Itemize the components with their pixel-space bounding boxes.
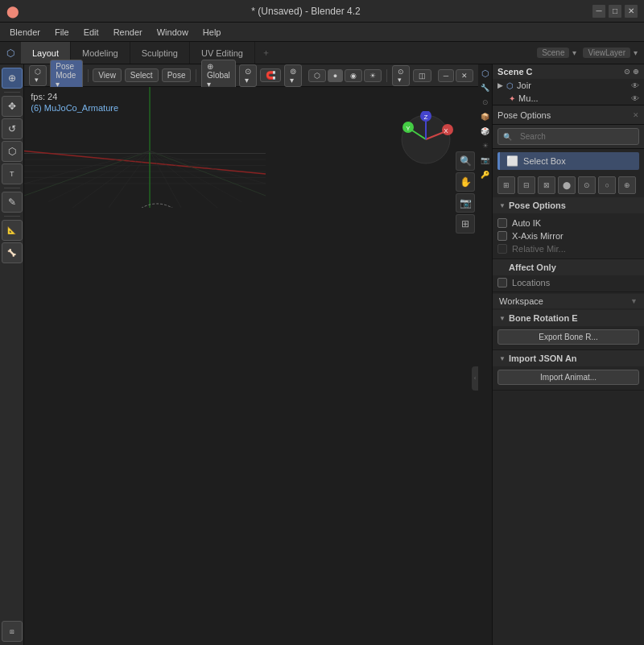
gizmo-svg: X Y Z: [398, 111, 454, 167]
select-box-button[interactable]: ⬜ Select Box: [497, 152, 639, 170]
transform-tool[interactable]: T: [2, 163, 23, 184]
search-container: 🔍: [497, 128, 639, 145]
bone-rotation-header[interactable]: ▼ Bone Rotation E: [493, 310, 644, 326]
scale-tool[interactable]: ⬡: [2, 141, 23, 162]
import-json-header[interactable]: ▼ Import JSON An: [493, 350, 644, 366]
window-title: * (Unsaved) - Blender 4.2: [19, 6, 592, 17]
viewport-gizmo[interactable]: X Y Z: [398, 111, 454, 167]
material-shade[interactable]: ◉: [345, 69, 362, 82]
measure-tool[interactable]: 📐: [2, 220, 23, 241]
relative-mirror-checkbox[interactable]: [497, 244, 507, 254]
workspace-row[interactable]: Workspace ▼: [493, 294, 644, 308]
proportional-edit[interactable]: ⊚ ▾: [284, 64, 302, 87]
rotate-tool[interactable]: ↺: [2, 118, 23, 139]
annotate-tool[interactable]: ✎: [2, 192, 23, 213]
panel-close[interactable]: ✕: [633, 111, 639, 119]
relative-mirror-row[interactable]: Relative Mir...: [497, 242, 639, 255]
workspace-label: Workspace: [499, 296, 543, 306]
tools-panel: Pose Options ✕ 🔍 ⬜ Select Box ⊞ ⊟ ⊠ ⬤: [493, 105, 644, 645]
viewport-controls-right: ─ ✕: [438, 69, 473, 82]
panel-icon-6[interactable]: ☀: [480, 140, 491, 151]
tab-sculpting[interactable]: Sculpting: [130, 42, 190, 64]
object-name: (6) MuJoCo_Armature: [31, 103, 118, 113]
zoom-in-btn[interactable]: 🔍: [456, 151, 475, 171]
menu-help[interactable]: Help: [196, 26, 228, 39]
import-anim-button[interactable]: Import Animat...: [497, 370, 639, 385]
x-axis-mirror-label: X-Axis Mirror: [512, 231, 564, 241]
visibility-icon-2[interactable]: 👁: [631, 94, 639, 103]
tool-icon-3[interactable]: ⊠: [538, 176, 555, 194]
search-input[interactable]: [515, 130, 634, 143]
editor-type-button[interactable]: ⬡ ▾: [29, 65, 47, 86]
tool-icon-2[interactable]: ⊟: [518, 176, 535, 194]
affect-only-header[interactable]: Affect Only: [493, 259, 644, 275]
auto-ik-row[interactable]: Auto IK: [497, 217, 639, 229]
menu-bar: Blender File Edit Render Window Help: [0, 23, 644, 42]
panel-icon-1[interactable]: ⬡: [480, 68, 491, 79]
export-bone-button[interactable]: Export Bone R...: [497, 329, 639, 345]
menu-blender[interactable]: Blender: [3, 26, 47, 39]
move-tool[interactable]: ✥: [2, 96, 23, 117]
auto-ik-checkbox[interactable]: [497, 218, 507, 228]
scene-row-mujoco[interactable]: ✦ Mu... 👁: [493, 92, 644, 105]
x-axis-mirror-row[interactable]: X-Axis Mirror: [497, 229, 639, 242]
maximize-button[interactable]: □: [609, 5, 621, 18]
rendered-shade[interactable]: ☀: [364, 69, 382, 82]
viewport-overlay[interactable]: ⊙ ▾: [392, 65, 410, 86]
wireframe-shade[interactable]: ⬡: [308, 69, 326, 82]
viewlayer-selector[interactable]: ViewLayer: [583, 48, 630, 58]
menu-window[interactable]: Window: [151, 26, 195, 39]
window-controls: ─ □ ✕: [592, 5, 638, 18]
tool-icon-7[interactable]: ⊕: [618, 176, 636, 194]
close-button[interactable]: ✕: [625, 5, 638, 18]
locations-row[interactable]: Locations: [497, 277, 639, 288]
select-menu[interactable]: Select: [125, 68, 159, 82]
tool-icon-4[interactable]: ⬤: [558, 176, 576, 194]
scene-row-join[interactable]: ▶ ⬡ Joir 👁: [493, 79, 644, 92]
grab-tool-btn[interactable]: ✋: [456, 172, 475, 192]
pose-menu[interactable]: Pose: [162, 68, 192, 82]
menu-render[interactable]: Render: [107, 26, 149, 39]
select-tool[interactable]: ⊕: [2, 68, 23, 89]
select-box-icon: ⬜: [506, 155, 518, 167]
svg-text:X: X: [444, 127, 448, 134]
solid-shade[interactable]: ●: [328, 69, 343, 82]
tool-icon-1[interactable]: ⊞: [497, 176, 515, 194]
tab-add[interactable]: ＋: [255, 42, 277, 64]
mujoco-label: Mu...: [518, 93, 538, 103]
workspace-tabs: ⬡ Layout Modeling Sculpting UV Editing ＋…: [0, 42, 644, 64]
svg-text:Y: Y: [406, 125, 411, 132]
menu-file[interactable]: File: [48, 26, 76, 39]
scene-join-label: Joir: [517, 81, 531, 90]
panel-search-container: 🔍: [493, 125, 644, 149]
tool-icon-5[interactable]: ⊙: [578, 176, 596, 194]
x-axis-mirror-checkbox[interactable]: [497, 231, 507, 241]
xray-toggle[interactable]: ◫: [413, 69, 431, 82]
select-box-label: Select Box: [523, 156, 566, 166]
viewport-collapse-handle[interactable]: ‹: [472, 366, 478, 391]
visibility-icon[interactable]: 👁: [631, 81, 639, 90]
locations-checkbox[interactable]: [497, 278, 507, 287]
tool-icon-6[interactable]: ○: [598, 176, 616, 194]
scene-selector[interactable]: Scene: [537, 48, 569, 58]
panel-icon-8[interactable]: 🔑: [480, 169, 491, 180]
grid-tool-btn[interactable]: ⊞: [456, 214, 475, 234]
panel-icon-3[interactable]: ⊙: [480, 97, 491, 108]
pivot-point[interactable]: ⊙ ▾: [239, 64, 257, 87]
view-menu[interactable]: View: [93, 68, 122, 82]
camera-tool-btn[interactable]: 📷: [456, 193, 475, 213]
menu-edit[interactable]: Edit: [77, 26, 105, 39]
viewport[interactable]: fps: 24 (6) MuJoCo_Armature X Y: [24, 87, 478, 645]
panel-icon-7[interactable]: 📷: [480, 155, 491, 166]
viewport-header-close[interactable]: ✕: [456, 69, 473, 82]
minimize-button[interactable]: ─: [592, 5, 605, 18]
bone-tool[interactable]: 🦴: [2, 242, 23, 263]
panel-icon-5[interactable]: 🎲: [480, 126, 491, 137]
panel-icon-4[interactable]: 📦: [480, 111, 491, 122]
viewport-header-minus[interactable]: ─: [438, 69, 454, 82]
toolbar-divider-2: [4, 188, 20, 188]
snapping[interactable]: 🧲: [260, 68, 281, 82]
pose-options-header[interactable]: ▼ Pose Options: [493, 197, 644, 213]
transform-pivot[interactable]: ⧆: [2, 621, 23, 642]
panel-icon-2[interactable]: 🔧: [480, 82, 491, 93]
